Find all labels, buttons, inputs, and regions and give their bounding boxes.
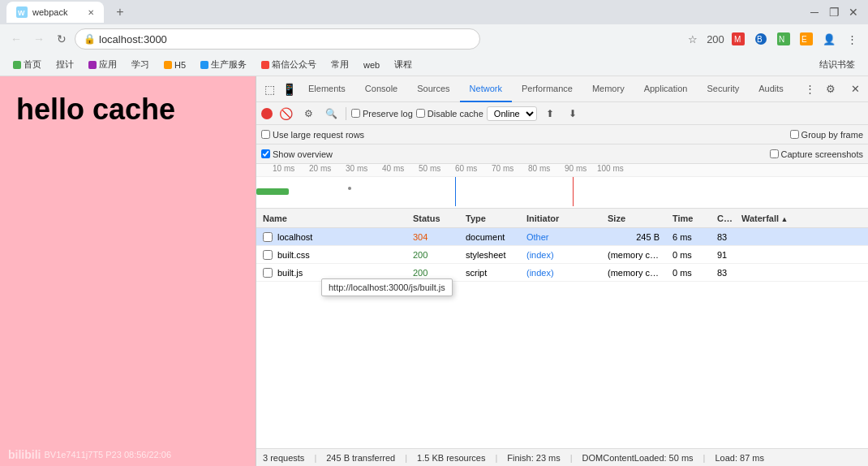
download-icon[interactable]: ⬇ <box>563 104 582 123</box>
row2-initiator: (index) <box>520 250 601 260</box>
window-controls: ─ ❐ ✕ <box>806 4 862 20</box>
bilibili-info: BV1e7411j7T5 P23 08:56/22:06 <box>44 450 171 460</box>
extension4-icon[interactable]: E <box>797 29 816 49</box>
row1-status: 304 <box>406 232 459 242</box>
minimize-button[interactable]: ─ <box>806 4 823 20</box>
col-type[interactable]: Type <box>459 214 520 223</box>
bookmark-shengchan[interactable]: 生产服务 <box>194 57 253 72</box>
webpack-favicon: W <box>16 6 28 18</box>
bookmark-niezhi[interactable]: 捏计 <box>49 57 80 72</box>
tab-performance[interactable]: Performance <box>512 76 582 102</box>
tab-sources[interactable]: Sources <box>407 76 459 102</box>
status-load: Load: 87 ms <box>715 453 764 463</box>
tab-application[interactable]: Application <box>634 76 698 102</box>
search-button[interactable]: 🔍 <box>321 104 341 123</box>
capture-screenshots-checkbox[interactable]: Capture screenshots <box>770 149 864 159</box>
record-button[interactable] <box>261 108 273 119</box>
row3-size: (memory cache) <box>601 268 666 278</box>
user-icon[interactable]: 👤 <box>819 29 839 49</box>
bookmark-web[interactable]: web <box>357 58 386 71</box>
tab-security[interactable]: Security <box>697 76 749 102</box>
network-toolbar2: Use large request rows Group by frame <box>256 125 868 145</box>
tl-vline-red <box>573 177 574 206</box>
url-tooltip: http://localhost:3000/js/built.js <box>321 278 453 296</box>
bookmark-star-icon[interactable]: ☆ <box>683 29 703 49</box>
tab-memory[interactable]: Memory <box>582 76 634 102</box>
title-bar: W webpack ✕ + ─ ❐ ✕ <box>0 0 868 24</box>
network-toolbar: 🚫 ⚙ 🔍 Preserve log Disable cache Online … <box>256 102 868 125</box>
status-finish: Finish: 23 ms <box>507 453 560 463</box>
menu-icon[interactable]: ⋮ <box>842 29 862 49</box>
browser-tab[interactable]: W webpack ✕ <box>6 2 104 23</box>
bookmark-kecheng[interactable]: 课程 <box>388 57 419 72</box>
device-toolbar-icon[interactable]: 📱 <box>279 80 299 99</box>
url-bar[interactable]: 🔒 localhost:3000 <box>75 28 480 50</box>
col-status[interactable]: Status <box>406 214 459 223</box>
tab-close-icon[interactable]: ✕ <box>88 8 94 17</box>
table-row[interactable]: localhost 304 document Other 245 B 6 ms … <box>256 228 868 246</box>
col-name[interactable]: Name <box>256 214 406 223</box>
more-tools-icon[interactable]: ⋮ <box>800 80 819 99</box>
bookmark-dot4 <box>200 61 208 69</box>
filter-button[interactable]: ⚙ <box>299 104 318 123</box>
bookmark-dot <box>13 61 21 69</box>
refresh-button[interactable]: ↻ <box>52 29 71 49</box>
history-icon[interactable]: 200 <box>706 29 725 49</box>
timeline-header: 10 ms 20 ms 30 ms 40 ms 50 ms 60 ms 70 m… <box>256 164 868 209</box>
preserve-log-checkbox[interactable]: Preserve log <box>351 109 413 119</box>
row1-initiator: Other <box>520 232 601 242</box>
tab-network[interactable]: Network <box>460 76 512 102</box>
bookmark-dot5 <box>261 61 269 69</box>
throttle-select[interactable]: Online <box>487 106 537 121</box>
bookmark-h5[interactable]: H5 <box>157 58 192 71</box>
group-by-frame-checkbox[interactable]: Group by frame <box>790 130 863 140</box>
col-initiator[interactable]: Initiator <box>520 214 601 223</box>
tl-mark-60: 60 ms <box>455 164 477 173</box>
page-heading: hello cache <box>16 93 175 127</box>
upload-icon[interactable]: ⬆ <box>540 104 560 123</box>
devtools-tabbar: ⬚ 📱 Elements Console Sources Network Per… <box>256 76 868 102</box>
extension3-icon[interactable]: N <box>774 29 793 49</box>
table-row[interactable]: built.js 200 script (index) (memory cach… <box>256 264 868 282</box>
settings-icon[interactable]: ⚙ <box>821 80 840 99</box>
tab-audits[interactable]: Audits <box>749 76 793 102</box>
table-row[interactable]: built.css 200 stylesheet (index) (memory… <box>256 246 868 264</box>
toolbar-sep1 <box>346 107 346 120</box>
status-requests: 3 requests <box>263 453 304 463</box>
tl-mark-20: 20 ms <box>309 164 331 173</box>
bookmark-dot3 <box>164 61 172 69</box>
devtools-close-icon[interactable]: ✕ <box>845 80 865 99</box>
bookmark-dot2 <box>88 61 97 69</box>
bookmark-shouye[interactable]: 首页 <box>6 57 48 72</box>
row3-co: 83 <box>711 268 735 278</box>
restore-button[interactable]: ❐ <box>826 4 842 20</box>
tl-mark-30: 30 ms <box>346 164 367 173</box>
clear-button[interactable]: 🚫 <box>276 104 295 123</box>
col-size[interactable]: Size <box>601 214 666 223</box>
extension2-icon[interactable]: B <box>751 29 771 49</box>
extension1-icon[interactable]: M <box>728 29 748 49</box>
col-time[interactable]: Time <box>666 214 711 223</box>
bookmark-xuexi[interactable]: 学习 <box>125 57 156 72</box>
status-dom: DOMContentLoaded: 50 ms <box>582 453 694 463</box>
timeline-bar-area <box>256 177 868 206</box>
disable-cache-checkbox[interactable]: Disable cache <box>416 109 483 119</box>
inspect-element-icon[interactable]: ⬚ <box>260 80 279 99</box>
svg-text:B: B <box>757 35 763 44</box>
tab-console[interactable]: Console <box>355 76 407 102</box>
bookmark-jieshu[interactable]: 结识书签 <box>813 57 862 72</box>
col-waterfall[interactable]: Waterfall <box>735 214 868 223</box>
tl-bar-green <box>256 188 289 195</box>
bookmark-yingyong[interactable]: 应用 <box>82 57 123 72</box>
close-button[interactable]: ✕ <box>845 4 862 20</box>
new-tab-button[interactable]: + <box>110 2 130 22</box>
address-bar: ← → ↻ 🔒 localhost:3000 ☆ 200 M B N E 👤 ⋮ <box>0 24 868 54</box>
browser-toolbar-right: ☆ 200 M B N E 👤 ⋮ <box>683 29 862 49</box>
browser-chrome: W webpack ✕ + ─ ❐ ✕ ← → ↻ 🔒 localhost:30… <box>0 0 868 76</box>
show-overview-checkbox[interactable]: Show overview <box>261 149 333 159</box>
use-large-rows-checkbox[interactable]: Use large request rows <box>261 130 364 140</box>
col-co[interactable]: Co... <box>711 214 735 223</box>
tab-elements[interactable]: Elements <box>299 76 355 102</box>
bookmark-xiangxin[interactable]: 箱信公众号 <box>255 57 323 72</box>
bookmark-changyong[interactable]: 常用 <box>324 57 355 72</box>
